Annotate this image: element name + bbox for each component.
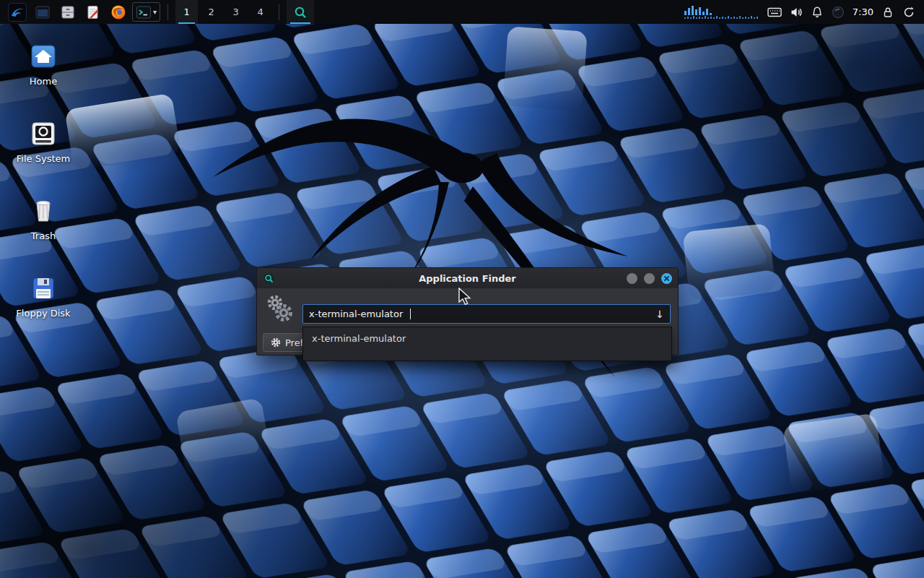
keyboard-icon[interactable]: [767, 7, 782, 18]
dropdown-arrow-icon[interactable]: ↓: [655, 309, 664, 320]
maximize-button[interactable]: [644, 273, 655, 284]
desktop-icon-label: File System: [17, 153, 70, 164]
close-icon: [663, 275, 670, 282]
minimize-button[interactable]: [627, 273, 637, 284]
bell-icon[interactable]: [811, 6, 824, 19]
firefox-icon: [110, 4, 126, 20]
desktop-icon-trash[interactable]: Trash: [6, 197, 81, 241]
audio-visualizer[interactable]: [684, 5, 759, 20]
text-caret: [410, 309, 411, 319]
title-bar[interactable]: Application Finder: [257, 268, 678, 288]
top-panel: ▾ 1 2 3 4: [0, 0, 924, 24]
magnifier-icon: [263, 272, 275, 285]
completion-popup: x-terminal-emulator: [302, 327, 672, 361]
desktop-icon-file-system[interactable]: File System: [6, 119, 81, 164]
desktop-icon-label: Trash: [31, 230, 56, 241]
session-refresh-icon[interactable]: [902, 6, 915, 19]
home-icon: [29, 42, 58, 71]
volume-icon[interactable]: [790, 6, 803, 19]
workspace-button-3[interactable]: 3: [225, 0, 247, 24]
window-launcher[interactable]: [31, 1, 54, 22]
firefox-launcher[interactable]: [107, 1, 130, 22]
clock[interactable]: 7:30: [853, 7, 873, 17]
terminal-icon: [136, 5, 152, 20]
desktop-icon-home[interactable]: Home: [6, 42, 81, 87]
file-system-icon: [29, 119, 58, 148]
terminal-launcher[interactable]: ▾: [132, 2, 160, 22]
chevron-down-icon[interactable]: ▾: [153, 9, 157, 16]
workspace-button-1[interactable]: 1: [175, 0, 198, 24]
window-title: Application Finder: [257, 273, 678, 284]
application-finder-window: Application Finder: [256, 267, 679, 355]
workspace-button-2[interactable]: 2: [200, 0, 222, 24]
workspace-button-4[interactable]: 4: [249, 0, 271, 24]
task-button-application-finder[interactable]: [287, 0, 314, 24]
window-icon: [35, 4, 51, 20]
desktop-icon-label: Home: [30, 76, 57, 87]
close-button[interactable]: [661, 273, 672, 284]
status-circle-icon[interactable]: [832, 6, 845, 19]
file-manager-launcher[interactable]: [56, 1, 79, 22]
system-tray: 7:30: [684, 5, 918, 20]
panel-separator: [279, 4, 279, 20]
kali-menu-button[interactable]: [6, 1, 29, 22]
text-editor-launcher[interactable]: [82, 1, 105, 22]
search-input-value: x-terminal-emulator: [309, 309, 403, 319]
preferences-label: Pref: [285, 337, 303, 348]
lock-icon[interactable]: [881, 6, 894, 19]
completion-item[interactable]: x-terminal-emulator: [303, 327, 671, 346]
desktop-icon-label: Floppy Disk: [16, 308, 70, 319]
gears-icon: [266, 294, 293, 323]
gear-icon: [271, 337, 281, 348]
desktop-icon-floppy-disk[interactable]: Floppy Disk: [6, 274, 81, 319]
floppy-disk-icon: [29, 274, 58, 303]
kali-dragon-logo-icon: [8, 3, 27, 22]
file-cabinet-icon: [60, 4, 76, 20]
panel-separator: [167, 4, 168, 20]
trash-icon: [29, 197, 58, 225]
search-input[interactable]: x-terminal-emulator ↓: [302, 304, 671, 324]
screen: Home File System Trash Floppy Disk: [0, 0, 924, 578]
magnifier-icon: [292, 4, 308, 20]
document-edit-icon: [85, 4, 101, 20]
